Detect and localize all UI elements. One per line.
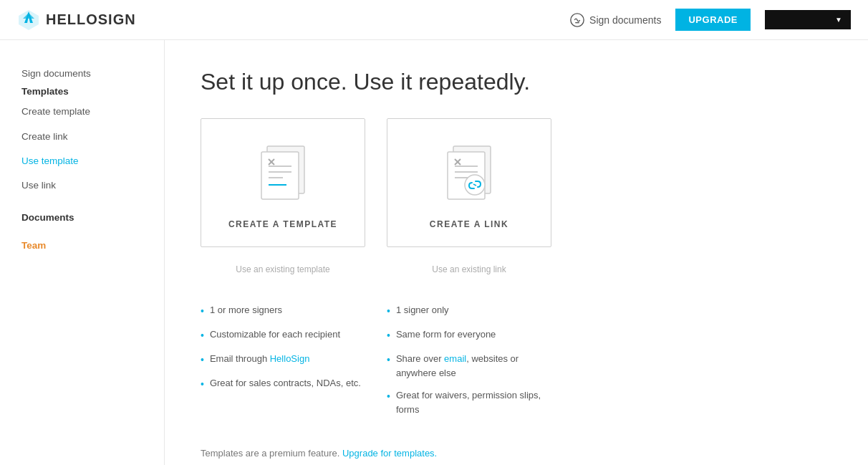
existing-link-link: Use an existing link xyxy=(387,259,551,280)
feature-text: 1 signer only xyxy=(396,303,449,317)
main-content: Set it up once. Use it repeatedly. xyxy=(165,40,868,465)
upgrade-button[interactable]: UPGRADE xyxy=(675,9,751,31)
feature-item: • Great for sales contracts, NDAs, etc. xyxy=(201,376,365,392)
sign-docs-header-link[interactable]: Sign documents xyxy=(569,12,661,28)
create-link-label: CREATE A LINK xyxy=(430,219,508,229)
feature-item: • Email through HelloSign xyxy=(201,352,365,368)
sign-docs-header-label: Sign documents xyxy=(589,14,661,26)
feature-item: • 1 or more signers xyxy=(201,303,365,319)
header: HELLOSIGN Sign documents UPGRADE ▼ xyxy=(0,0,868,40)
features-row: • 1 or more signers • Customizable for e… xyxy=(201,303,832,425)
feature-item: • 1 signer only xyxy=(387,303,551,319)
sidebar-section-team: Team xyxy=(14,240,150,251)
template-features: • 1 or more signers • Customizable for e… xyxy=(201,303,365,425)
feature-text: 1 or more signers xyxy=(210,303,282,317)
sidebar-item-create-template[interactable]: Create template xyxy=(14,100,150,124)
premium-note: Templates are a premium feature. Upgrade… xyxy=(201,448,832,459)
feature-item: • Share over email, websites or anywhere… xyxy=(387,352,551,380)
sidebar-item-use-template[interactable]: Use template xyxy=(14,149,150,173)
layout: Sign documents Templates Create template… xyxy=(0,40,868,465)
sidebar-section-documents: Documents xyxy=(14,212,150,223)
feature-text: Email through HelloSign xyxy=(210,352,309,366)
feature-text: Customizable for each recipient xyxy=(210,327,340,342)
chevron-down-icon: ▼ xyxy=(835,16,842,24)
user-menu[interactable]: ▼ xyxy=(765,10,851,29)
svg-rect-6 xyxy=(261,152,299,199)
template-card-icon xyxy=(254,140,312,205)
bullet-icon: • xyxy=(201,328,204,343)
upgrade-templates-link[interactable]: Upgrade for templates. xyxy=(342,448,437,459)
logo-icon xyxy=(17,9,40,32)
sidebar: Sign documents Templates Create template… xyxy=(0,40,165,465)
create-template-card[interactable]: CREATE A TEMPLATE xyxy=(201,118,365,247)
create-template-label: CREATE A TEMPLATE xyxy=(228,219,337,229)
bullet-icon: • xyxy=(387,389,390,404)
email-link[interactable]: email xyxy=(444,353,466,364)
sign-document-icon xyxy=(569,12,585,28)
link-features: • 1 signer only • Same form for everyone… xyxy=(387,303,551,425)
feature-item: • Customizable for each recipient xyxy=(201,327,365,343)
feature-text: Share over email, websites or anywhere e… xyxy=(396,352,551,380)
hellosign-link[interactable]: HelloSign xyxy=(270,353,310,364)
cards-row: CREATE A TEMPLATE xyxy=(201,118,832,247)
feature-text: Same form for everyone xyxy=(396,327,496,342)
feature-text: Great for sales contracts, NDAs, etc. xyxy=(210,376,361,390)
existing-template-link: Use an existing template xyxy=(201,259,365,280)
header-right: Sign documents UPGRADE ▼ xyxy=(569,9,851,31)
bullet-icon: • xyxy=(387,304,390,319)
feature-item: • Great for waivers, permission slips, f… xyxy=(387,388,551,416)
premium-note-text: Templates are a premium feature. xyxy=(201,448,342,459)
bullet-icon: • xyxy=(201,377,204,392)
sidebar-item-use-link[interactable]: Use link xyxy=(14,173,150,198)
sidebar-item-create-link[interactable]: Create link xyxy=(14,125,150,149)
bullet-icon: • xyxy=(387,328,390,343)
bullet-icon: • xyxy=(387,353,390,368)
bullet-icon: • xyxy=(201,353,204,368)
sidebar-item-sign-documents[interactable]: Sign documents xyxy=(14,62,150,86)
logo[interactable]: HELLOSIGN xyxy=(17,9,136,32)
bullet-icon: • xyxy=(201,304,204,319)
feature-text: Great for waivers, permission slips, for… xyxy=(396,388,551,416)
create-link-card[interactable]: CREATE A LINK xyxy=(387,118,551,247)
feature-item: • Same form for everyone xyxy=(387,327,551,343)
page-title: Set it up once. Use it repeatedly. xyxy=(201,69,832,95)
link-card-icon xyxy=(440,140,498,205)
logo-text: HELLOSIGN xyxy=(46,11,136,28)
existing-links: Use an existing template Use an existing… xyxy=(201,259,832,280)
sidebar-section-templates: Templates xyxy=(14,86,150,97)
